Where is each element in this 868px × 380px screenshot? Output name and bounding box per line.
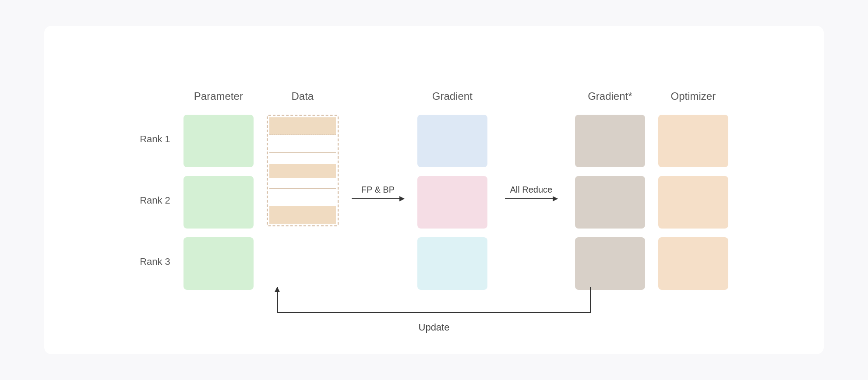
parameter-header: Parameter (194, 90, 243, 102)
gradient-block-rank1 (417, 115, 487, 167)
update-hline (277, 312, 591, 313)
ranks-column: Rank 1 Rank 2 Rank 3 (140, 113, 170, 288)
fp-bp-arrow-section: FP & BP (339, 113, 417, 271)
optimizer-block-rank3 (658, 237, 728, 290)
gradient-star-blocks (575, 115, 645, 290)
rank-3-label: Rank 3 (140, 236, 170, 288)
all-reduce-arrow-section: All Reduce (487, 113, 575, 271)
fp-bp-arrow-line (352, 198, 404, 199)
gradient-star-block-rank2 (575, 176, 645, 229)
data-segment-1 (269, 117, 336, 152)
update-vline-right (590, 287, 591, 313)
update-section: Update (44, 287, 824, 333)
data-blocks-outer (267, 115, 339, 226)
gradient-block-rank3 (417, 237, 487, 290)
gradient-star-block-rank3 (575, 237, 645, 290)
update-label: Update (419, 322, 450, 333)
gradient-star-column: Gradient* (575, 90, 645, 290)
data-segment-2 (269, 153, 336, 188)
optimizer-blocks (658, 115, 728, 290)
data-column: Data (267, 90, 339, 226)
parameter-block-rank3 (183, 237, 254, 290)
parameter-blocks (183, 115, 254, 290)
all-reduce-arrow-line (505, 198, 557, 199)
gradient-block-rank2 (417, 176, 487, 229)
gradient-header: Gradient (432, 90, 473, 102)
all-reduce-arrow (505, 198, 557, 199)
gradient-blocks (417, 115, 487, 290)
data-segment-3 (269, 189, 336, 224)
parameter-block-rank2 (183, 176, 254, 229)
update-arrow-tip (275, 287, 280, 292)
rank-1-label: Rank 1 (140, 113, 170, 165)
optimizer-header: Optimizer (671, 90, 716, 102)
data-header: Data (292, 90, 314, 102)
all-reduce-label: All Reduce (510, 185, 553, 195)
gradient-star-block-rank1 (575, 115, 645, 167)
fp-bp-label: FP & BP (361, 185, 395, 195)
gradient-column: Gradient (417, 90, 487, 290)
parameter-column: Parameter (183, 90, 254, 290)
diagram-container: Rank 1 Rank 2 Rank 3 Parameter Data (44, 26, 824, 354)
main-content: Rank 1 Rank 2 Rank 3 Parameter Data (71, 90, 797, 290)
parameter-block-rank1 (183, 115, 254, 167)
optimizer-block-rank2 (658, 176, 728, 229)
rank-2-label: Rank 2 (140, 174, 170, 227)
gradient-star-header: Gradient* (588, 90, 632, 102)
fp-bp-arrow (352, 198, 404, 199)
optimizer-block-rank1 (658, 115, 728, 167)
update-arrow-wrapper (237, 287, 631, 317)
optimizer-column: Optimizer (658, 90, 728, 290)
